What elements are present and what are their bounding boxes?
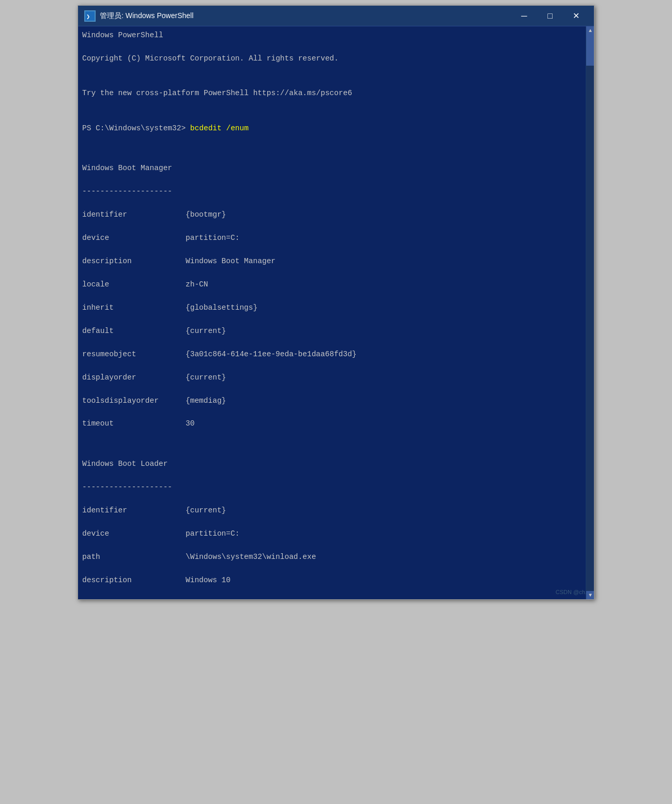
intro-line4: Try the new cross-platform PowerShell ht… [82,87,582,99]
table-row: timeout30 [82,418,582,429]
row-key: resumeobject [82,348,186,360]
row-key: description [82,255,186,267]
restore-button[interactable]: □ [538,8,562,24]
table-row: toolsdisplayorder{memdiag} [82,395,582,406]
section1-rows: identifier{bootmgr}devicepartition=C:des… [82,209,582,430]
scroll-up-button[interactable]: ▲ [586,26,594,35]
table-row: identifier{bootmgr} [82,209,582,220]
intro-line1: Windows PowerShell [82,29,582,41]
section1-divider: -------------------- [82,186,582,197]
row-value: partition=C: [186,234,239,242]
row-key: inherit [82,302,186,313]
row-key: displayorder [82,372,186,383]
row-key: device [82,528,186,539]
console-area: Windows PowerShell Copyright (C) Microso… [78,26,594,599]
close-button[interactable]: ✕ [564,8,588,24]
console-output[interactable]: Windows PowerShell Copyright (C) Microso… [78,26,586,599]
section2-header: Windows Boot Loader [82,458,582,469]
table-row: default{current} [82,325,582,337]
row-value: {bootmgr} [186,210,226,219]
row-value: {globalsettings} [186,304,257,312]
row-key: description [82,574,186,586]
row-value: Windows Boot Manager [186,257,276,265]
table-row: path\Windows\system32\winload.exe [82,551,582,563]
table-row: identifier{current} [82,505,582,516]
watermark: CSDN @ch... [556,589,590,595]
powershell-window: ❯ 管理员: Windows PowerShell ─ □ ✕ Windows … [78,5,594,600]
row-key: identifier [82,505,186,516]
app-icon: ❯ [84,10,96,22]
row-value: {current} [186,373,226,382]
section2-divider: -------------------- [82,481,582,493]
scrollbar[interactable]: ▲ ▼ [586,26,594,599]
row-value: {memdiag} [186,397,226,405]
row-key: timeout [82,418,186,429]
prompt-line1: PS C:\Windows\system32> bcdedit /enum [82,123,582,134]
table-row: descriptionWindows 10 [82,574,582,586]
row-key: path [82,551,186,563]
row-key: toolsdisplayorder [82,395,186,406]
row-value: {current} [186,327,226,335]
row-value: zh-CN [186,280,208,289]
section1-header: Windows Boot Manager [82,162,582,174]
row-key: locale [82,279,186,290]
command1: bcdedit /enum [190,124,249,132]
svg-text:❯: ❯ [86,13,90,21]
row-value: {current} [186,506,226,514]
prompt1: PS C:\Windows\system32> [82,124,190,132]
table-row: descriptionWindows Boot Manager [82,255,582,267]
window-title: 管理员: Windows PowerShell [100,11,512,21]
scrollbar-track[interactable] [586,35,594,591]
row-value: {3a01c864-614e-11ee-9eda-be1daa68fd3d} [186,350,357,358]
table-row: localezh-CN [82,279,582,290]
table-row: devicepartition=C: [82,232,582,244]
table-row: displayorder{current} [82,372,582,383]
row-value: 30 [186,419,194,428]
window-controls: ─ □ ✕ [512,8,588,24]
row-key: default [82,325,186,337]
row-key: locale [82,598,186,600]
minimize-button[interactable]: ─ [512,8,536,24]
row-value: zh-CN [186,599,208,600]
row-value: partition=C: [186,529,239,538]
table-row: inherit{globalsettings} [82,302,582,313]
row-value: \Windows\system32\winload.exe [186,553,316,561]
table-row: devicepartition=C: [82,528,582,539]
row-value: Windows 10 [186,576,231,584]
table-row: resumeobject{3a01c864-614e-11ee-9eda-be1… [82,348,582,360]
intro-line2: Copyright (C) Microsoft Corporation. All… [82,53,582,64]
titlebar: ❯ 管理员: Windows PowerShell ─ □ ✕ [78,6,594,26]
row-key: identifier [82,209,186,220]
row-key: device [82,232,186,244]
section2-rows: identifier{current}devicepartition=C:pat… [82,505,582,599]
table-row: localezh-CN [82,598,582,600]
scrollbar-thumb[interactable] [586,35,594,66]
